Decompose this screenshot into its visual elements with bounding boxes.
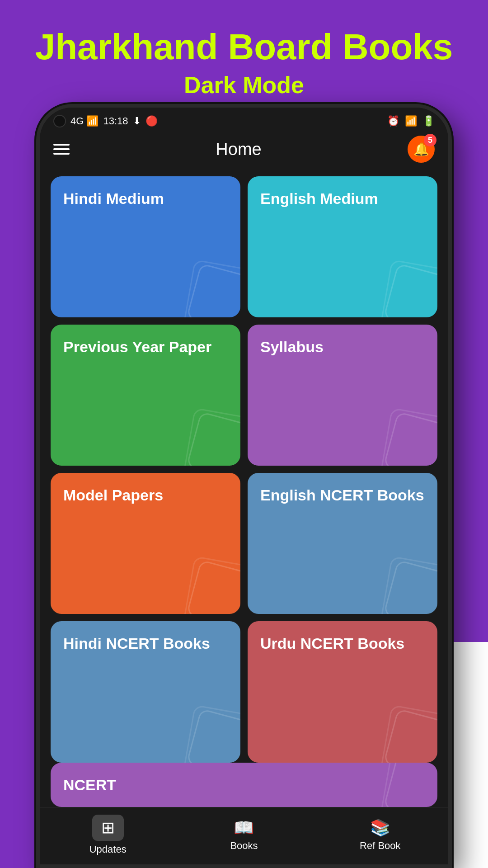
app-header: Jharkhand Board Books Dark Mode bbox=[0, 0, 488, 112]
card-syllabus[interactable]: Syllabus bbox=[248, 325, 437, 466]
page-title: Home bbox=[216, 140, 261, 159]
nav-updates[interactable]: ⊞ Updates bbox=[40, 815, 176, 855]
app-title: Jharkhand Board Books bbox=[18, 27, 470, 67]
download-icon: ⬇ bbox=[133, 115, 141, 127]
card-syllabus-label: Syllabus bbox=[260, 338, 324, 355]
battery-icon: 🔋 bbox=[422, 115, 435, 127]
nav-ref-book[interactable]: 📚 Ref Book bbox=[312, 818, 448, 852]
card-english-medium-label: English Medium bbox=[260, 190, 378, 207]
hamburger-line-2 bbox=[53, 148, 70, 150]
books-icon: 📖 bbox=[234, 818, 254, 837]
updates-icon-wrapper: ⊞ bbox=[92, 815, 124, 841]
card-urdu-ncert[interactable]: Urdu NCERT Books bbox=[248, 621, 437, 762]
card-previous-year-label: Previous Year Paper bbox=[63, 338, 211, 355]
partial-card-row: NCERT bbox=[40, 763, 448, 807]
top-nav: Home 🔔 5 bbox=[40, 131, 448, 172]
notification-button[interactable]: 🔔 5 bbox=[408, 136, 435, 163]
bottom-nav: ⊞ Updates 📖 Books 📚 Ref Book bbox=[40, 807, 448, 864]
notification-badge: 5 bbox=[424, 134, 436, 146]
status-left: 4G 📶 13:18 ⬇ 🔴 bbox=[53, 115, 158, 127]
grid-container: Hindi Medium English Medium Previous Yea… bbox=[40, 172, 448, 767]
card-previous-year[interactable]: Previous Year Paper bbox=[51, 325, 240, 466]
card-model-papers[interactable]: Model Papers bbox=[51, 473, 240, 614]
ref-book-label: Ref Book bbox=[360, 840, 401, 852]
phone-mockup: 4G 📶 13:18 ⬇ 🔴 ⏰ 📶 🔋 Home 🔔 5 bbox=[36, 104, 452, 868]
card-model-papers-label: Model Papers bbox=[63, 486, 163, 504]
hamburger-line-3 bbox=[53, 153, 70, 155]
hamburger-line-1 bbox=[53, 144, 70, 146]
updates-icon: ⊞ bbox=[101, 818, 115, 837]
nav-books[interactable]: 📖 Books bbox=[176, 818, 312, 852]
app-icons: 🔴 bbox=[145, 115, 158, 127]
alarm-icon: ⏰ bbox=[387, 115, 399, 127]
app-subtitle: Dark Mode bbox=[18, 71, 470, 99]
card-ncert-label: NCERT bbox=[63, 775, 116, 795]
wifi-icon: 📶 bbox=[405, 115, 417, 127]
card-english-ncert-label: English NCERT Books bbox=[260, 486, 424, 504]
card-hindi-ncert[interactable]: Hindi NCERT Books bbox=[51, 621, 240, 762]
status-right: ⏰ 📶 🔋 bbox=[387, 115, 435, 127]
books-label: Books bbox=[230, 840, 258, 852]
signal-text: 4G 📶 bbox=[70, 115, 99, 127]
card-urdu-ncert-label: Urdu NCERT Books bbox=[260, 635, 404, 652]
updates-label: Updates bbox=[89, 844, 127, 855]
card-ncert-partial[interactable]: NCERT bbox=[51, 763, 437, 807]
ref-book-icon: 📚 bbox=[370, 818, 390, 837]
phone-screen: 4G 📶 13:18 ⬇ 🔴 ⏰ 📶 🔋 Home 🔔 5 bbox=[40, 108, 448, 864]
card-hindi-medium[interactable]: Hindi Medium bbox=[51, 176, 240, 317]
hamburger-menu[interactable] bbox=[53, 144, 70, 155]
card-hindi-medium-label: Hindi Medium bbox=[63, 190, 164, 207]
card-english-medium[interactable]: English Medium bbox=[248, 176, 437, 317]
card-english-ncert[interactable]: English NCERT Books bbox=[248, 473, 437, 614]
camera-dot bbox=[53, 115, 66, 127]
time-text: 13:18 bbox=[103, 115, 128, 127]
card-hindi-ncert-label: Hindi NCERT Books bbox=[63, 635, 210, 652]
